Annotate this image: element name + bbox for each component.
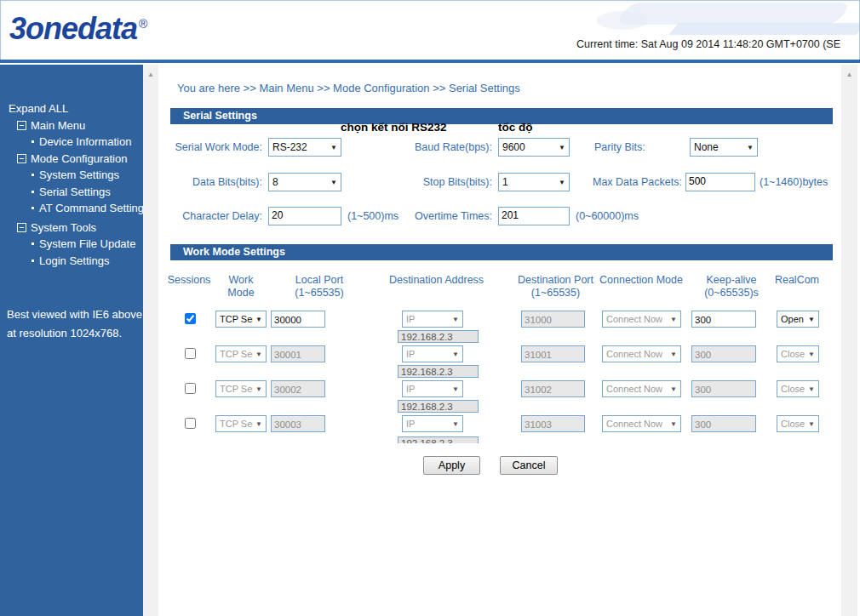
annotation-speed: tốc độ xyxy=(498,121,533,134)
parity-bits-select[interactable]: None ▼ xyxy=(690,138,758,157)
sidebar-expand-all[interactable]: Expand ALL xyxy=(0,100,143,117)
sidebar-item-at-command-settings[interactable]: AT Command Settings xyxy=(0,200,143,217)
keep-alive-input[interactable] xyxy=(691,311,756,328)
cancel-button[interactable]: Cancel xyxy=(500,456,558,475)
bullet-icon xyxy=(32,191,34,193)
dest-address-input[interactable] xyxy=(398,365,479,378)
realcom-select[interactable]: Close ▼ xyxy=(777,380,819,397)
chevron-down-icon: ▼ xyxy=(255,351,262,358)
scroll-up-icon[interactable]: ▲ xyxy=(143,65,158,78)
select-value: 1 xyxy=(502,176,508,188)
sidebar-item-label: System Tools xyxy=(31,221,96,234)
col-realcom: RealCom xyxy=(773,274,821,287)
work-mode-select[interactable]: TCP Serve ▼ xyxy=(215,345,267,362)
session-checkbox[interactable] xyxy=(185,383,196,394)
keep-alive-input[interactable] xyxy=(691,380,756,397)
dest-port-input[interactable] xyxy=(521,345,585,362)
bullet-icon xyxy=(32,174,34,176)
work-mode-select[interactable]: TCP Serve ▼ xyxy=(215,311,267,328)
realcom-select[interactable]: Close ▼ xyxy=(777,415,819,432)
connection-mode-select[interactable]: Connect Now ▼ xyxy=(602,345,681,362)
max-data-packets-input[interactable] xyxy=(685,173,755,191)
navigation-sidebar: Expand ALL Main Menu Device Information … xyxy=(0,65,143,616)
overtime-times-input[interactable] xyxy=(498,207,570,225)
current-time-text: Current time: Sat Aug 09 2014 11:48:20 G… xyxy=(576,38,860,50)
serial-work-mode-label: Serial Work Mode: xyxy=(160,141,262,153)
collapse-icon[interactable] xyxy=(17,223,26,232)
keep-alive-input[interactable] xyxy=(691,345,756,362)
col-destination-port: Destination Port(1~65535) xyxy=(507,274,605,299)
local-port-input[interactable] xyxy=(271,311,325,328)
connection-mode-select[interactable]: Connect Now ▼ xyxy=(602,415,681,432)
data-bits-select[interactable]: 8 ▼ xyxy=(268,173,341,191)
dest-port-input[interactable] xyxy=(521,415,585,432)
sidebar-item-label: Mode Configuration xyxy=(31,152,127,165)
stop-bits-select[interactable]: 1 ▼ xyxy=(498,173,570,191)
sidebar-item-mode-configuration[interactable]: Mode Configuration xyxy=(0,151,143,168)
local-port-input[interactable] xyxy=(271,415,325,432)
character-delay-input[interactable] xyxy=(268,207,341,225)
train-watermark-image xyxy=(615,3,851,25)
registered-trademark-icon: ® xyxy=(139,17,146,31)
dest-type-select[interactable]: IP ▼ xyxy=(402,415,463,432)
local-port-input[interactable] xyxy=(271,345,325,362)
chevron-down-icon: ▼ xyxy=(452,420,459,428)
select-value: Connect Now xyxy=(606,384,662,394)
sidebar-item-system-tools[interactable]: System Tools xyxy=(0,220,143,237)
select-value: IP xyxy=(406,419,415,429)
best-viewed-note: Best viewed with IE6 above at resolution… xyxy=(7,305,142,343)
collapse-icon[interactable] xyxy=(17,154,26,163)
select-value: TCP Serve xyxy=(220,419,253,429)
dest-type-select[interactable]: IP ▼ xyxy=(402,380,463,397)
sidebar-item-system-file-update[interactable]: System File Update xyxy=(0,236,143,253)
scroll-up-icon[interactable]: ▲ xyxy=(841,65,857,78)
overtime-times-field[interactable] xyxy=(502,209,566,221)
connection-mode-select[interactable]: Connect Now ▼ xyxy=(602,311,681,328)
sidebar-item-label: Device Information xyxy=(39,135,131,148)
realcom-select[interactable]: Open ▼ xyxy=(777,311,819,328)
dest-address-input[interactable] xyxy=(398,330,479,343)
dest-address-input-clipped[interactable] xyxy=(398,435,479,443)
dest-address-input[interactable] xyxy=(398,436,479,443)
dest-type-select[interactable]: IP ▼ xyxy=(402,311,463,328)
baud-rate-select[interactable]: 9600 ▼ xyxy=(498,138,570,157)
work-mode-select[interactable]: TCP Serve ▼ xyxy=(215,415,267,432)
apply-button[interactable]: Apply xyxy=(423,456,480,475)
col-local-port: Local Port(1~65535) xyxy=(285,274,353,299)
character-delay-field[interactable] xyxy=(272,209,338,221)
max-data-packets-field[interactable] xyxy=(689,175,752,187)
sidebar-item-label: Main Menu xyxy=(31,119,85,132)
chevron-down-icon: ▼ xyxy=(255,420,262,428)
sidebar-item-label: Login Settings xyxy=(39,254,109,267)
content-scrollbar[interactable]: ▲ xyxy=(841,65,857,616)
work-mode-section-header: Work Mode Settings xyxy=(170,244,833,260)
sidebar-scrollbar[interactable]: ▲ xyxy=(143,65,158,616)
company-logo: 3onedata® xyxy=(9,11,146,47)
connection-mode-select[interactable]: Connect Now ▼ xyxy=(602,380,681,397)
realcom-select[interactable]: Close ▼ xyxy=(777,345,819,362)
col-keep-alive: Keep-alive(0~65535)s xyxy=(694,274,769,299)
session-checkbox[interactable] xyxy=(185,313,196,324)
sidebar-item-label: Expand ALL xyxy=(9,102,68,115)
sidebar-item-device-information[interactable]: Device Information xyxy=(0,134,143,151)
select-value: TCP Serve xyxy=(220,384,253,394)
collapse-icon[interactable] xyxy=(17,121,26,130)
dest-port-input[interactable] xyxy=(521,311,585,328)
dest-address-input[interactable] xyxy=(398,400,479,413)
sidebar-item-login-settings[interactable]: Login Settings xyxy=(0,253,143,270)
dest-type-select[interactable]: IP ▼ xyxy=(402,345,463,362)
dest-port-input[interactable] xyxy=(521,380,585,397)
keep-alive-input[interactable] xyxy=(691,415,756,432)
sidebar-item-serial-settings[interactable]: Serial Settings xyxy=(0,184,143,201)
select-value: RS-232 xyxy=(272,141,307,153)
section-title: Serial Settings xyxy=(183,110,257,122)
sidebar-item-main-menu[interactable]: Main Menu xyxy=(0,117,143,134)
sidebar-item-system-settings[interactable]: System Settings xyxy=(0,167,143,184)
select-value: TCP Serve xyxy=(220,314,253,324)
serial-work-mode-select[interactable]: RS-232 ▼ xyxy=(268,138,341,157)
work-mode-select[interactable]: TCP Serve ▼ xyxy=(215,380,267,397)
page-header: 3onedata® Current time: Sat Aug 09 2014 … xyxy=(0,0,860,60)
local-port-input[interactable] xyxy=(271,380,325,397)
session-checkbox[interactable] xyxy=(185,418,196,429)
session-checkbox[interactable] xyxy=(185,348,196,359)
